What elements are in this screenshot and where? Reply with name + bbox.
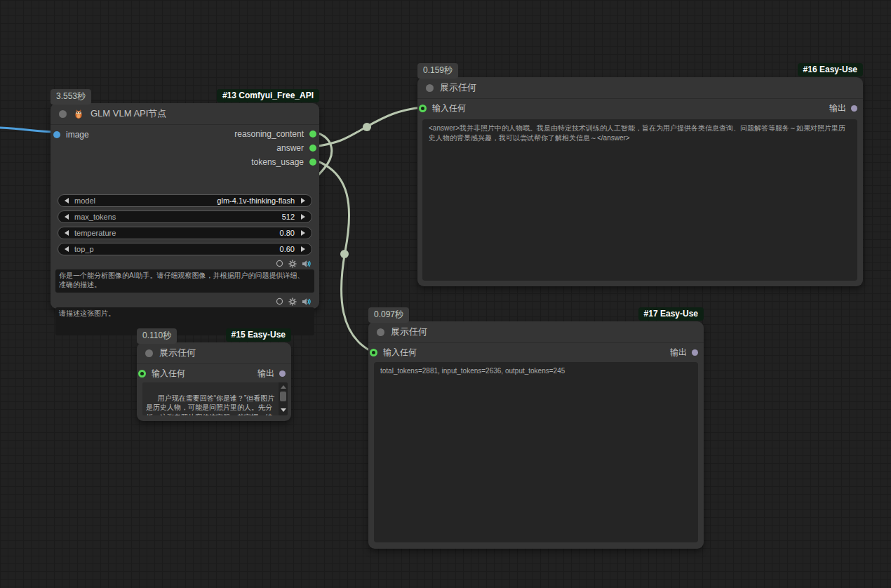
increment-arrow-icon[interactable] (301, 230, 305, 236)
speaker-icon[interactable] (302, 298, 311, 306)
node-glm-vlm-api[interactable]: 3.553秒 #13 Comfyui_Free_API GLM VLM API节… (51, 103, 319, 309)
increment-arrow-icon[interactable] (301, 246, 305, 252)
display-text-content: 用户现在需要回答“你是谁？”但看图片是历史人物，可能是问照片里的人。先分析：这张… (146, 394, 274, 416)
input-label: 输入任何 (383, 347, 417, 359)
collapse-dot[interactable] (377, 328, 384, 336)
output-port-answer[interactable] (309, 145, 316, 152)
node-show-any-15[interactable]: 0.110秒 #15 Easy-Use 展示任何 输入任何 输出 用户现在需要回… (137, 342, 291, 421)
widget-label: max_tokens (74, 213, 116, 221)
increment-arrow-icon[interactable] (301, 214, 305, 220)
input-port-anything[interactable] (419, 105, 427, 112)
system-prompt-textarea[interactable]: 你是一个能分析图像的AI助手。请仔细观察图像，并根据用户的问题提供详细、准确的描… (55, 269, 314, 293)
speaker-icon[interactable] (302, 260, 311, 268)
increment-arrow-icon[interactable] (301, 198, 305, 203)
input-label-image: image (66, 130, 89, 140)
node-id-badge: #17 Easy-Use (638, 307, 704, 321)
widget-temperature[interactable]: temperature 0.80 (58, 227, 312, 239)
gear-icon[interactable] (288, 298, 297, 306)
decrement-arrow-icon[interactable] (65, 198, 69, 203)
scrollbar-thumb[interactable] (280, 392, 286, 401)
widget-label: model (74, 196, 95, 205)
decrement-arrow-icon[interactable] (65, 214, 69, 220)
display-text[interactable]: <answer>我并非照片中的人物哦。我是由特定技术训练的人工智能，旨在为用户提… (422, 119, 857, 281)
owl-icon (73, 108, 84, 119)
node-title-bar[interactable]: GLM VLM API节点 (51, 103, 319, 125)
node-id-badge: #15 Easy-Use (226, 328, 291, 342)
input-port-anything[interactable] (370, 349, 377, 356)
link-answer-to-node16[interactable] (314, 107, 421, 147)
node-title: 展示任何 (159, 347, 196, 359)
node-title-bar[interactable]: 展示任何 (137, 342, 291, 364)
circle-icon[interactable] (276, 260, 283, 267)
node-graph-canvas[interactable]: 3.553秒 #13 Comfyui_Free_API GLM VLM API节… (0, 0, 891, 588)
display-text[interactable]: 用户现在需要回答“你是谁？”但看图片是历史人物，可能是问照片里的人。先分析：这张… (142, 382, 288, 415)
widget-value: 0.80 (280, 229, 295, 237)
widget-top-p[interactable]: top_p 0.60 (58, 243, 312, 255)
scrollbar[interactable] (279, 382, 288, 415)
link-image[interactable] (0, 128, 55, 132)
execution-time-badge: 0.110秒 (137, 328, 177, 344)
node-show-any-17[interactable]: 0.097秒 #17 Easy-Use 展示任何 输入任何 输出 total_t… (368, 321, 704, 549)
input-port-image[interactable] (53, 131, 60, 138)
widget-value: 0.60 (280, 245, 295, 253)
link-tokens-to-node17[interactable] (314, 160, 370, 351)
scroll-up-icon[interactable] (281, 385, 286, 389)
node-title: 展示任何 (440, 81, 476, 94)
node-title: 展示任何 (391, 326, 427, 338)
output-label-reasoning-content: reasoning_content (234, 129, 304, 139)
collapse-dot[interactable] (145, 349, 153, 357)
decrement-arrow-icon[interactable] (65, 246, 69, 252)
execution-time-badge: 3.553秒 (51, 89, 91, 105)
output-port-reasoning-content[interactable] (309, 131, 316, 138)
widget-model[interactable]: model glm-4.1v-thinking-flash (58, 194, 312, 207)
node-title-bar[interactable]: 展示任何 (417, 77, 863, 99)
collapse-dot[interactable] (426, 84, 434, 92)
widget-label: temperature (74, 229, 116, 237)
output-port[interactable] (692, 349, 698, 356)
widget-value: 512 (282, 213, 295, 221)
input-label: 输入任何 (432, 102, 466, 114)
gear-icon[interactable] (288, 260, 297, 268)
output-label-answer: answer (276, 143, 304, 153)
output-port[interactable] (279, 370, 286, 377)
node-id-badge: #16 Easy-Use (798, 63, 863, 76)
output-label-tokens-usage: tokens_usage (251, 157, 304, 167)
execution-time-badge: 0.097秒 (368, 307, 409, 323)
output-label: 输出 (257, 368, 274, 380)
input-port-anything[interactable] (138, 370, 146, 377)
circle-icon[interactable] (276, 298, 283, 305)
collapse-dot[interactable] (59, 110, 67, 118)
display-text[interactable]: total_tokens=2881, input_tokens=2636, ou… (374, 362, 698, 542)
execution-time-badge: 0.159秒 (417, 63, 458, 79)
scroll-down-icon[interactable] (281, 408, 286, 412)
widget-max-tokens[interactable]: max_tokens 512 (58, 211, 312, 223)
widget-value: glm-4.1v-thinking-flash (217, 196, 295, 205)
output-label: 输出 (670, 347, 687, 359)
output-port[interactable] (851, 105, 857, 112)
node-title-bar[interactable]: 展示任何 (368, 321, 704, 343)
node-id-badge: #13 Comfyui_Free_API (217, 89, 319, 102)
node-title: GLM VLM API节点 (91, 107, 166, 120)
output-label: 输出 (829, 102, 846, 114)
decrement-arrow-icon[interactable] (65, 230, 69, 236)
input-label: 输入任何 (152, 368, 185, 380)
output-port-tokens-usage[interactable] (309, 159, 316, 166)
widget-label: top_p (74, 245, 94, 253)
node-show-any-16[interactable]: 0.159秒 #16 Easy-Use 展示任何 输入任何 输出 <answer… (417, 77, 863, 286)
